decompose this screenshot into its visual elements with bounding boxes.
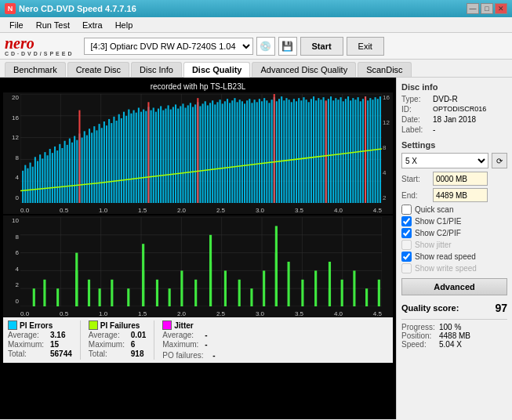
- y-upper-left-0: 0: [5, 194, 19, 201]
- svg-rect-195: [194, 280, 197, 306]
- svg-rect-19: [30, 163, 31, 203]
- y-lower-left-8: 8: [5, 234, 19, 241]
- y-upper-left-8: 8: [5, 154, 19, 161]
- svg-rect-56: [121, 118, 122, 203]
- svg-rect-88: [199, 106, 201, 203]
- upper-chart-svg: [20, 94, 382, 203]
- show-c1pie-row: Show C1/PIE: [401, 216, 507, 226]
- end-mb-input[interactable]: [433, 188, 488, 202]
- menu-extra[interactable]: Extra: [76, 19, 109, 31]
- speed-row-prog: Speed: 5.04 X: [401, 340, 507, 349]
- x-lower-05: 0.5: [60, 310, 68, 317]
- y-upper-right-2: 2: [383, 194, 392, 201]
- svg-rect-108: [249, 99, 250, 203]
- svg-rect-145: [340, 97, 342, 203]
- menu-help[interactable]: Help: [109, 19, 140, 31]
- pi-failures-avg-label: Average:: [89, 331, 128, 339]
- svg-rect-198: [238, 280, 241, 306]
- disc-type-value: DVD-R: [433, 95, 458, 103]
- titlebar-left: N Nero CD-DVD Speed 4.7.7.16: [5, 3, 136, 14]
- show-write-speed-checkbox[interactable]: [401, 263, 412, 273]
- advanced-button[interactable]: Advanced: [401, 278, 507, 295]
- svg-rect-90: [205, 101, 206, 203]
- pi-errors-avg-label: Average:: [8, 331, 47, 339]
- svg-rect-131: [306, 100, 307, 203]
- svg-rect-117: [271, 100, 273, 203]
- svg-rect-152: [358, 97, 359, 203]
- y-upper-right-12: 12: [383, 119, 392, 126]
- svg-rect-200: [263, 270, 265, 306]
- start-mb-input[interactable]: [433, 172, 488, 186]
- pi-errors-total-label: Total:: [8, 349, 47, 358]
- svg-rect-120: [278, 99, 280, 203]
- svg-rect-40: [82, 138, 83, 203]
- svg-rect-125: [291, 102, 292, 203]
- svg-rect-32: [61, 148, 63, 203]
- maximize-button[interactable]: □: [481, 3, 493, 14]
- svg-rect-85: [192, 107, 194, 203]
- svg-rect-121: [281, 96, 282, 203]
- disc-id-row: ID: OPTODISCR016: [401, 105, 507, 114]
- svg-rect-44: [91, 132, 93, 203]
- nero-logo-text: nero: [5, 34, 34, 52]
- show-read-speed-checkbox[interactable]: [401, 252, 412, 262]
- tab-disc-quality[interactable]: Disc Quality: [183, 62, 251, 78]
- progress-label: Progress:: [401, 323, 436, 331]
- menu-file[interactable]: File: [3, 19, 30, 31]
- pi-failures-total-label: Total:: [89, 349, 128, 358]
- menu-run-test[interactable]: Run Test: [30, 19, 76, 31]
- tab-disc-info[interactable]: Disc Info: [131, 62, 182, 77]
- quick-scan-checkbox[interactable]: [401, 205, 412, 215]
- svg-rect-166: [325, 100, 327, 203]
- start-label: Start:: [401, 175, 430, 183]
- y-lower-left-4: 4: [5, 266, 19, 273]
- svg-rect-122: [283, 100, 285, 203]
- svg-rect-79: [177, 109, 179, 203]
- jitter-avg-label: Average:: [162, 331, 202, 339]
- save-icon-button[interactable]: 💾: [278, 37, 297, 56]
- svg-rect-52: [111, 123, 112, 203]
- start-button[interactable]: Start: [300, 37, 343, 56]
- svg-rect-26: [47, 155, 49, 203]
- show-c1pie-label: Show C1/PIE: [415, 217, 461, 226]
- end-label: End:: [401, 191, 430, 200]
- close-button[interactable]: ✕: [495, 3, 507, 14]
- x-upper-0: 0.0: [20, 207, 29, 214]
- disc-label-row: Label: -: [401, 125, 507, 134]
- nero-logo-area: nero CD·DVD/SPEED: [5, 35, 74, 56]
- po-failures-val: -: [212, 351, 215, 360]
- svg-rect-75: [168, 105, 169, 203]
- tab-advanced-disc-quality[interactable]: Advanced Disc Quality: [252, 62, 356, 77]
- show-c2pif-checkbox[interactable]: [401, 228, 412, 238]
- y-lower-left-2: 2: [5, 281, 19, 288]
- quality-score-row: Quality score: 97: [401, 302, 507, 314]
- tab-benchmark[interactable]: Benchmark: [5, 62, 66, 77]
- disc-icon-button[interactable]: 💿: [256, 37, 275, 56]
- svg-rect-99: [227, 99, 228, 203]
- progress-section: Progress: 100 % Position: 4488 MB Speed:…: [401, 319, 507, 349]
- exit-button[interactable]: Exit: [347, 37, 384, 56]
- quick-scan-row: Quick scan: [401, 205, 507, 215]
- tab-bar: Benchmark Create Disc Disc Info Disc Qua…: [0, 60, 512, 78]
- svg-rect-98: [224, 101, 226, 203]
- pi-failures-total-val: 918: [131, 349, 144, 358]
- right-panel: Disc info Type: DVD-R ID: OPTODISCR016 D…: [396, 78, 512, 419]
- jitter-legend: Jitter Average:- Maximum:- PO failures:-: [162, 320, 215, 360]
- svg-rect-192: [156, 280, 158, 306]
- speed-select[interactable]: 5 X: [401, 153, 488, 168]
- show-jitter-checkbox[interactable]: [401, 240, 412, 250]
- tab-scandisc[interactable]: ScanDisc: [358, 62, 411, 77]
- svg-rect-156: [367, 100, 369, 203]
- drive-select[interactable]: [4:3] Optiarc DVD RW AD-7240S 1.04: [84, 38, 253, 55]
- show-c2pif-row: Show C2/PIF: [401, 228, 507, 238]
- svg-rect-53: [113, 117, 114, 203]
- minimize-button[interactable]: —: [467, 3, 479, 14]
- show-c1pie-checkbox[interactable]: [401, 216, 412, 226]
- refresh-button[interactable]: ⟳: [492, 153, 507, 168]
- settings-title: Settings: [401, 140, 507, 150]
- svg-rect-148: [347, 96, 349, 203]
- tab-create-disc[interactable]: Create Disc: [67, 62, 129, 77]
- svg-rect-143: [335, 98, 336, 203]
- svg-rect-136: [318, 98, 319, 203]
- menubar: File Run Test Extra Help: [0, 17, 512, 33]
